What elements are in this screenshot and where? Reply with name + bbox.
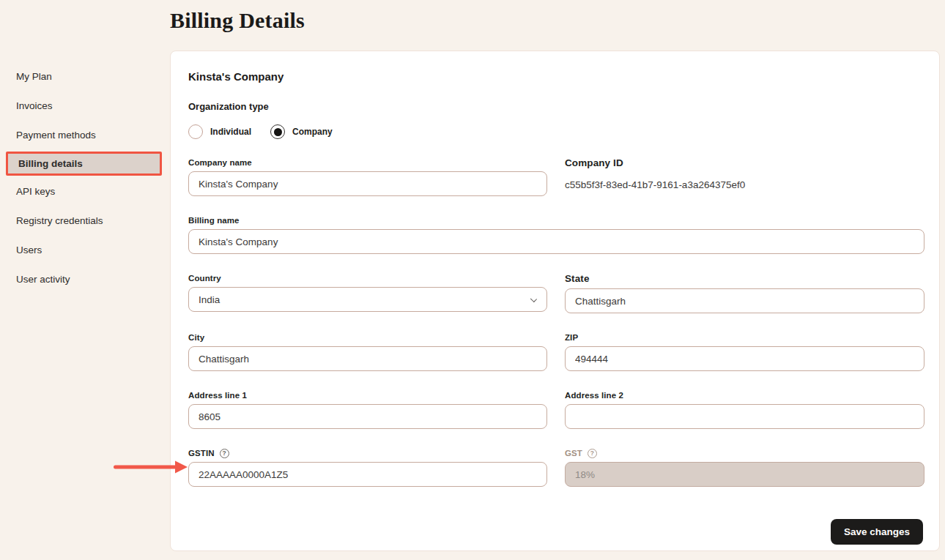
state-label: State [565,273,924,285]
radio-individual-label: Individual [210,127,251,137]
sidebar-item-billing-details[interactable]: Billing details [6,152,162,176]
billing-name-field-group: Billing name [188,215,924,254]
billing-name-label: Billing name [188,215,924,225]
address-line-1-field-group: Address line 1 [188,390,547,429]
country-field-group: Country India [188,273,547,313]
radio-company-label: Company [292,127,333,137]
radio-company[interactable]: Company [270,124,333,139]
sidebar-item-payment-methods[interactable]: Payment methods [0,121,170,150]
state-field-group: State [565,273,924,313]
page-title: Billing Details [170,8,305,33]
address-line-2-label: Address line 2 [565,390,924,400]
company-name-label: Company name [188,157,547,168]
zip-field-group: ZIP [565,332,924,371]
company-name-input[interactable] [188,171,547,196]
chevron-down-icon [530,296,537,302]
company-id-field-group: Company ID c55b5f3f-83ed-41b7-9161-a3a26… [565,157,924,196]
gstin-label: GSTIN ? [188,448,547,458]
address-line-2-field-group: Address line 2 [565,390,924,429]
company-id-label: Company ID [565,157,924,169]
billing-name-input[interactable] [188,229,924,254]
gstin-label-text: GSTIN [188,448,215,458]
country-select-value: India [199,294,220,305]
radio-unselected-icon [188,124,203,139]
sidebar-item-my-plan[interactable]: My Plan [0,62,170,92]
sidebar-item-users[interactable]: Users [0,236,170,265]
gst-input [565,462,924,487]
sidebar-item-user-activity[interactable]: User activity [0,265,170,294]
help-icon[interactable]: ? [220,449,229,458]
arrow-right-icon [112,460,188,474]
address-line-1-input[interactable] [188,404,547,429]
organization-type-label: Organization type [188,101,923,113]
help-icon[interactable]: ? [588,449,597,458]
country-select[interactable]: India [188,287,547,312]
gstin-field-group: GSTIN ? [188,448,547,487]
address-line-1-label: Address line 1 [188,390,547,400]
radio-selected-icon [270,124,285,139]
sidebar-item-registry-credentials[interactable]: Registry credentials [0,206,170,236]
zip-input[interactable] [565,346,924,371]
billing-details-card: Kinsta's Company Organization type Indiv… [170,51,940,551]
city-input[interactable] [188,346,547,371]
radio-individual[interactable]: Individual [188,124,251,139]
company-id-value: c55b5f3f-83ed-41b7-9161-a3a264375ef0 [565,179,924,191]
company-name-field-group: Company name [188,157,547,196]
sidebar-item-invoices[interactable]: Invoices [0,92,170,121]
organization-type-group: Individual Company [188,124,923,139]
country-label: Country [188,273,547,283]
gstin-input[interactable] [188,462,547,487]
gst-label-text: GST [565,448,582,458]
settings-sidebar: My Plan Invoices Payment methods Billing… [0,62,170,294]
city-field-group: City [188,332,547,371]
state-input[interactable] [565,288,924,313]
address-line-2-input[interactable] [565,404,924,429]
card-footer: Save changes [188,519,923,545]
gst-label: GST ? [565,448,924,458]
zip-label: ZIP [565,332,924,343]
city-label: City [188,332,547,343]
save-changes-button[interactable]: Save changes [831,519,923,545]
company-heading: Kinsta's Company [188,70,923,83]
gst-field-group: GST ? [565,448,924,487]
sidebar-item-api-keys[interactable]: API keys [0,177,170,206]
